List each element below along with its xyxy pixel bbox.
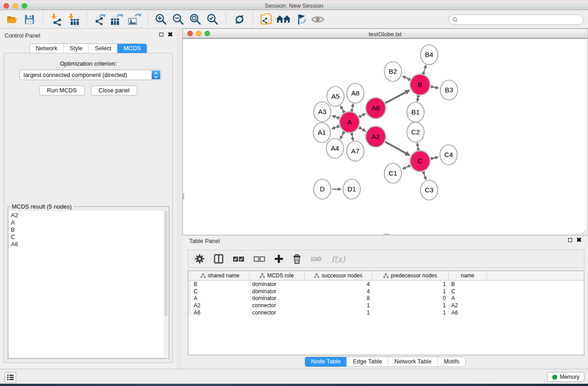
graph-edge-A6-B[interactable] (385, 92, 406, 103)
graph-node-C[interactable]: C (410, 151, 430, 172)
zoom-selected-icon[interactable] (204, 12, 221, 27)
graph-node-D1[interactable]: D1 (343, 179, 360, 199)
horizontal-scroll-thumb[interactable] (383, 234, 390, 235)
network-title-bar[interactable]: testGlobe.txt (182, 29, 588, 38)
deselect-all-icon[interactable] (253, 255, 265, 262)
graph-node-D[interactable]: D (314, 179, 331, 199)
delete-icon[interactable] (292, 254, 301, 264)
settings-gear-icon[interactable] (195, 254, 205, 264)
delete-column-icon[interactable] (311, 255, 322, 262)
export-network-icon[interactable] (91, 12, 109, 27)
graph-node-A2[interactable]: A2 (366, 126, 386, 147)
graph-edge-A2-C[interactable] (385, 142, 406, 154)
graph-node-C4[interactable]: C4 (440, 145, 457, 165)
resize-grip-icon[interactable] (582, 229, 587, 234)
tab-edge-table[interactable]: Edge Table (346, 357, 388, 367)
graph-node-B[interactable]: B (410, 74, 430, 95)
graph-node-A6[interactable]: A6 (366, 98, 386, 119)
close-panel-icon[interactable]: ✖ (167, 32, 173, 37)
column-header-shared-name[interactable]: shared name (191, 271, 249, 280)
graph-node-B4[interactable]: B4 (421, 45, 438, 65)
svg-text:A5: A5 (331, 92, 339, 100)
shared-column-icon (201, 273, 206, 278)
mcds-result-item[interactable]: C (11, 234, 168, 241)
new-network-icon[interactable] (258, 12, 275, 27)
run-mcds-button[interactable]: Run MCDS (39, 86, 85, 95)
column-header-successor-nodes[interactable]: successor nodes (305, 271, 373, 280)
tab-style[interactable]: Style (63, 44, 89, 53)
import-network-icon[interactable] (48, 12, 65, 27)
float-table-panel-icon[interactable] (568, 238, 572, 242)
tab-network[interactable]: Network (30, 44, 63, 53)
graph-node-B1[interactable]: B1 (407, 102, 424, 122)
network-canvas[interactable]: B4B2BB3A8A5A6A3B1AC2A1A2A4A7C4CC1DD1C3 (182, 38, 588, 235)
home-layout-icon[interactable] (275, 12, 292, 27)
save-session-icon[interactable] (21, 12, 38, 27)
graph-node-A4[interactable]: A4 (326, 138, 344, 158)
graph-node-A7[interactable]: A7 (347, 141, 364, 161)
table-row-B[interactable]: Bdominator41B (188, 281, 584, 288)
tab-select[interactable]: Select (89, 44, 117, 53)
svg-text:A: A (347, 118, 352, 126)
memory-button[interactable]: Memory (547, 372, 584, 382)
zoom-out-icon[interactable] (170, 12, 187, 27)
table-row-A2[interactable]: A2connector11A2 (188, 302, 584, 309)
table-body: Bdominator41BCdominator41CAdominator80AA… (188, 281, 584, 316)
export-table-icon[interactable] (109, 12, 126, 27)
select-all-icon[interactable] (233, 255, 244, 262)
export-image-icon[interactable] (126, 12, 143, 27)
task-history-button[interactable] (5, 372, 16, 383)
network-graph[interactable]: B4B2BB3A8A5A6A3B1AC2A1A2A4A7C4CC1DD1C3 (183, 39, 588, 235)
open-file-icon[interactable] (4, 12, 21, 27)
search-input[interactable] (460, 16, 583, 23)
mcds-result-item[interactable]: A (11, 219, 168, 226)
graph-node-C3[interactable]: C3 (421, 180, 438, 200)
table-cell: A (449, 295, 487, 301)
vertical-scroll-thumb[interactable] (183, 193, 184, 200)
float-panel-icon[interactable] (159, 33, 163, 37)
graph-node-B2[interactable]: B2 (384, 62, 402, 81)
graph-node-C1[interactable]: C1 (384, 163, 402, 183)
add-icon[interactable] (274, 254, 283, 263)
node-table[interactable]: shared nameMCDS rolesuccessor nodesprede… (188, 271, 584, 355)
zoom-in-icon[interactable] (153, 12, 170, 27)
zoom-fit-icon[interactable] (187, 12, 204, 27)
graph-node-A1[interactable]: A1 (313, 123, 330, 143)
tab-motifs[interactable]: Motifs (437, 357, 465, 367)
mcds-result-item[interactable]: A2 (11, 212, 168, 219)
mcds-result-item[interactable]: B (11, 226, 168, 234)
table-row-C[interactable]: Cdominator41C (188, 288, 584, 295)
column-header-MCDS-role[interactable]: MCDS role (249, 271, 305, 280)
graph-node-B3[interactable]: B3 (440, 80, 458, 100)
mcds-result-item[interactable]: A6 (11, 241, 168, 248)
svg-text:D: D (320, 185, 325, 193)
toggle-details-icon[interactable] (292, 12, 309, 27)
graph-node-A5[interactable]: A5 (327, 86, 344, 106)
search-field[interactable] (449, 14, 583, 25)
graph-node-A3[interactable]: A3 (314, 102, 331, 122)
result-scrollbar[interactable] (164, 211, 168, 357)
desktop-background (0, 384, 588, 386)
column-header-predecessor-nodes[interactable]: predecessor nodes (373, 271, 449, 280)
refresh-icon[interactable] (231, 12, 248, 27)
show-hide-icon[interactable] (309, 12, 326, 27)
tab-network-table[interactable]: Network Table (388, 357, 437, 367)
table-row-A6[interactable]: A6connector11A6 (188, 309, 584, 316)
close-panel-button[interactable]: Close panel (91, 86, 138, 95)
import-table-icon[interactable] (65, 12, 82, 27)
main-toolbar (0, 11, 588, 29)
criterion-select[interactable]: largest connected component (directed) (19, 70, 161, 80)
mcds-result-list[interactable]: A2ABCA6 (9, 211, 168, 357)
table-row-A[interactable]: Adominator80A (188, 295, 584, 302)
tab-mcds[interactable]: MCDS (117, 44, 147, 53)
table-cell: 4 (305, 288, 373, 295)
column-header-name[interactable]: name (449, 271, 487, 280)
graph-node-C2[interactable]: C2 (407, 122, 424, 142)
column-icon[interactable] (214, 254, 224, 264)
table-cell: 1 (373, 310, 449, 316)
tab-node-table[interactable]: Node Table (305, 357, 347, 367)
function-icon[interactable]: f(x) (331, 254, 345, 264)
graph-node-A8[interactable]: A8 (347, 83, 364, 103)
graph-node-A[interactable]: A (339, 112, 359, 133)
close-table-panel-icon[interactable]: ✖ (576, 238, 582, 242)
